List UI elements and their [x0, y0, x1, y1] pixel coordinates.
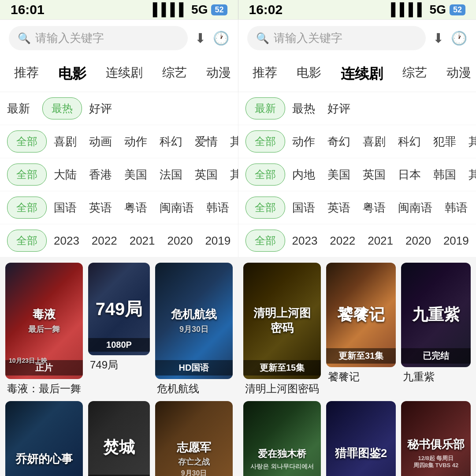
tab-variety-left[interactable]: 综艺: [152, 56, 197, 92]
filter-region-kr-right[interactable]: 韩国: [433, 167, 456, 182]
filter-region-all-right[interactable]: 全部: [245, 164, 285, 186]
filter-genre-action-right[interactable]: 动作: [292, 134, 315, 149]
filter-genre-other-right[interactable]: 其: [469, 134, 476, 149]
filter-sort-newest-right[interactable]: 最新: [245, 97, 285, 119]
filter-lang-korean-left[interactable]: 韩语: [206, 200, 229, 216]
filter-year-2021-right[interactable]: 2021: [368, 234, 393, 248]
filter-lang-cantonese-right[interactable]: 粤语: [363, 200, 386, 216]
tab-movie-left[interactable]: 电影: [48, 56, 96, 92]
filter-year-all-left[interactable]: 全部: [7, 230, 47, 252]
filter-lang-mandarin-right[interactable]: 国语: [292, 200, 315, 216]
filter-lang-all-left[interactable]: 全部: [7, 197, 47, 219]
filter-lang-english-right[interactable]: 英语: [327, 200, 350, 216]
filter-region-us-left[interactable]: 美国: [124, 167, 147, 182]
filter-genre-all-left[interactable]: 全部: [7, 130, 47, 152]
movie-title-2: 749局: [88, 358, 150, 372]
filter-region-mainland-right[interactable]: 内地: [292, 167, 315, 182]
filter-genre-crime-right[interactable]: 犯罪: [433, 134, 456, 149]
history-icon-right[interactable]: 🕐: [451, 30, 467, 46]
filter-region-other-right[interactable]: 其: [469, 167, 476, 182]
movie-card-6[interactable]: 志愿军 存亡之战 9月30日 1080P: [155, 401, 233, 476]
tab-recommend-left[interactable]: 推荐: [4, 56, 48, 92]
movie-card-5[interactable]: 焚城 正片: [88, 401, 150, 476]
series-card-1[interactable]: 清明上河图密码 更新至15集: [243, 263, 321, 379]
tab-panel-right: 推荐 电影 连续剧 综艺 动漫 儿童: [238, 56, 476, 92]
filter-lang-minnan-left[interactable]: 闽南语: [160, 200, 194, 216]
time-right: 16:02: [249, 2, 283, 17]
series-card-2[interactable]: 饕餮记 更新至31集: [326, 263, 396, 367]
network-left: 5G: [191, 3, 208, 17]
filter-genre-comedy-right[interactable]: 喜剧: [363, 134, 386, 149]
series-badge-3: 已完结: [401, 348, 471, 364]
filter-sort-hot-right[interactable]: 最热: [292, 101, 315, 116]
filter-panel-right: 最新 最热 好评 全部 动作 奇幻 喜剧 科幻 犯罪 其 全部 内地 美国 英国…: [238, 92, 476, 257]
tab-movie-right[interactable]: 电影: [287, 56, 331, 92]
filter-genre-scifi-left[interactable]: 科幻: [160, 134, 182, 149]
filter-lang-korean-right[interactable]: 韩语: [445, 200, 468, 216]
filter-year-2020-right[interactable]: 2020: [405, 234, 431, 248]
history-icon-left[interactable]: 🕐: [213, 30, 229, 46]
filter-sort-newest-left[interactable]: 最新: [7, 101, 30, 116]
search-wrap-left[interactable]: 🔍 请输入关键字: [9, 26, 188, 50]
filter-genre-scifi-right[interactable]: 科幻: [398, 134, 421, 149]
filter-genre-action-left[interactable]: 动作: [124, 134, 147, 149]
filter-region-left: 全部 大陆 香港 美国 法国 英国 其: [0, 158, 238, 191]
filter-year-2023-right[interactable]: 2023: [292, 234, 318, 248]
filter-genre-romance-left[interactable]: 爱情: [195, 134, 218, 149]
filter-year-2022-left[interactable]: 2022: [92, 234, 117, 248]
filter-lang-all-right[interactable]: 全部: [245, 197, 285, 219]
filter-sort-rating-left[interactable]: 好评: [89, 101, 112, 116]
filter-region-jp-right[interactable]: 日本: [398, 167, 421, 182]
filter-year-all-right[interactable]: 全部: [245, 230, 285, 252]
filter-region-uk-left[interactable]: 英国: [195, 167, 218, 182]
filter-region-right: 全部 内地 美国 英国 日本 韩国 其: [238, 158, 476, 191]
tab-anime-right[interactable]: 动漫: [437, 56, 476, 92]
filter-lang-minnan-right[interactable]: 闽南语: [398, 200, 432, 216]
filter-genre-comedy-left[interactable]: 喜剧: [54, 134, 77, 149]
filter-year-2023-left[interactable]: 2023: [54, 234, 79, 248]
filter-year-2022-right[interactable]: 2022: [330, 234, 355, 248]
filter-lang-mandarin-left[interactable]: 国语: [54, 200, 77, 216]
filter-genre-other-left[interactable]: 其: [230, 134, 238, 149]
filter-genre-animation-left[interactable]: 动画: [89, 134, 112, 149]
movie-grid-right: 清明上河图密码 更新至15集 清明上河图密码 饕餮记 更新至31集: [243, 263, 471, 476]
filter-year-2019-left[interactable]: 2019: [205, 234, 231, 248]
time-left: 16:01: [11, 2, 45, 17]
filter-year-2020-left[interactable]: 2020: [167, 234, 193, 248]
filter-sort-rating-right[interactable]: 好评: [327, 101, 350, 116]
filter-year-2021-left[interactable]: 2021: [130, 234, 155, 248]
search-wrap-right[interactable]: 🔍 请输入关键字: [247, 26, 426, 50]
download-icon-left[interactable]: ⬇: [195, 30, 206, 46]
tab-series-right[interactable]: 连续剧: [331, 56, 393, 92]
tab-anime-left[interactable]: 动漫: [197, 56, 238, 92]
movie-card-3[interactable]: 危机航线 9月30日 HD国语: [155, 263, 233, 379]
search-actions-left: ⬇ 🕐: [195, 30, 229, 46]
movie-card-wrap-5: 焚城 正片 焚城: [88, 401, 150, 476]
filter-region-other-left[interactable]: 其: [230, 167, 238, 182]
series-card-6[interactable]: 秘书俱乐部 12/8起 每周日周四8集 TVBS 42 06 更新至06集: [401, 401, 471, 476]
tab-series-left[interactable]: 连续剧: [96, 56, 152, 92]
filter-region-fr-left[interactable]: 法国: [160, 167, 182, 182]
series-card-4[interactable]: 爱在独木桥 사랑은 외나무다리에서 10⬆ 更新至10集: [243, 401, 321, 476]
filter-region-mainland-left[interactable]: 大陆: [54, 167, 77, 182]
movie-card-2[interactable]: 749局 1080P: [88, 263, 150, 355]
filter-region-all-left[interactable]: 全部: [7, 164, 47, 186]
filter-sort-hot-left[interactable]: 最热: [42, 97, 82, 119]
filter-genre-all-right[interactable]: 全部: [245, 130, 285, 152]
movie-card-1[interactable]: 毒液 最后一舞 正片 10月23日上映: [5, 263, 83, 379]
download-icon-right[interactable]: ⬇: [433, 30, 444, 46]
filter-region-us-right[interactable]: 美国: [327, 167, 350, 182]
tab-variety-right[interactable]: 综艺: [393, 56, 437, 92]
filter-region-uk-right[interactable]: 英国: [363, 167, 386, 182]
series-card-5[interactable]: 猎罪图鉴2 21 更新至21集: [326, 401, 396, 476]
tab-list-left: 推荐 电影 连续剧 综艺 动漫 儿童: [0, 56, 238, 92]
filter-lang-cantonese-left[interactable]: 粤语: [124, 200, 147, 216]
movie-card-4[interactable]: 乔妍的心事 1026 蓝光: [5, 401, 83, 476]
filter-region-hk-left[interactable]: 香港: [89, 167, 112, 182]
series-card-3[interactable]: 九重紫 已完结: [401, 263, 471, 367]
movie-grid-left: 毒液 最后一舞 正片 10月23日上映 毒液：最后一舞 749局 1: [5, 263, 233, 476]
filter-genre-fantasy-right[interactable]: 奇幻: [327, 134, 350, 149]
filter-lang-english-left[interactable]: 英语: [89, 200, 112, 216]
filter-year-2019-right[interactable]: 2019: [443, 234, 469, 248]
tab-recommend-right[interactable]: 推荐: [243, 56, 287, 92]
